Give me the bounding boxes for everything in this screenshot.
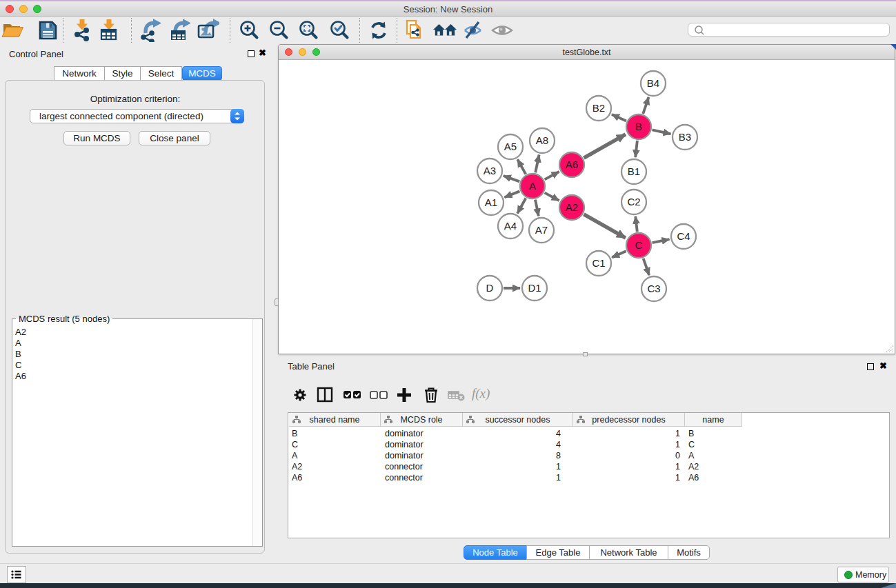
- svg-text:C2: C2: [627, 196, 640, 207]
- svg-text:A1: A1: [485, 196, 497, 208]
- svg-text:D: D: [486, 282, 494, 294]
- svg-text:C1: C1: [592, 257, 605, 269]
- svg-text:A: A: [529, 180, 536, 192]
- svg-text:C: C: [635, 239, 643, 251]
- svg-text:A4: A4: [504, 220, 517, 232]
- svg-text:D1: D1: [528, 282, 541, 294]
- svg-text:A7: A7: [535, 224, 548, 236]
- svg-text:B2: B2: [593, 102, 605, 114]
- svg-text:C4: C4: [677, 230, 690, 242]
- svg-text:B1: B1: [628, 165, 640, 177]
- svg-text:B4: B4: [647, 77, 659, 89]
- svg-text:C3: C3: [647, 283, 660, 294]
- svg-text:A6: A6: [566, 159, 578, 170]
- svg-text:A2: A2: [566, 201, 578, 213]
- svg-text:B: B: [635, 121, 642, 132]
- svg-text:A3: A3: [484, 165, 496, 176]
- svg-text:A8: A8: [536, 134, 548, 146]
- svg-text:A5: A5: [504, 141, 517, 152]
- svg-text:B3: B3: [679, 131, 691, 143]
